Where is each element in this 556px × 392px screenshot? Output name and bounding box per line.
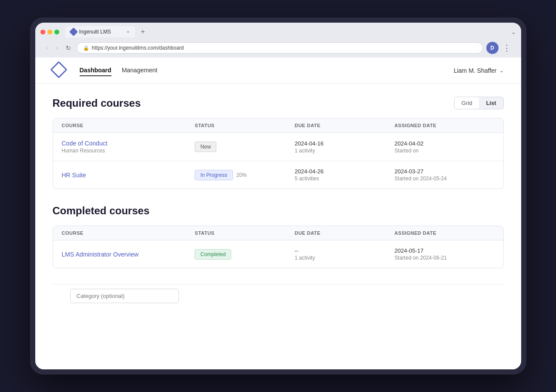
view-toggle: Grid List — [454, 97, 504, 109]
user-display-name: Liam M. Shaffer — [454, 67, 497, 74]
course-name-link[interactable]: Code of Conduct — [62, 140, 195, 147]
main-content: Required courses Grid List COURSE STATUS… — [35, 84, 521, 369]
course-assigned-date-cell: 2024-05-17 Started on 2024-06-21 — [394, 247, 494, 261]
maximize-window-button[interactable] — [54, 30, 59, 34]
col-course-header: COURSE — [62, 230, 195, 236]
table-row: HR Suite In Progress 20% 2024-04-26 5 ac… — [53, 161, 503, 189]
tab-list-button[interactable]: ⌄ — [511, 29, 516, 35]
logo-diamond-icon — [50, 61, 67, 78]
required-courses-table-header: COURSE STATUS DUE DATE ASSIGNED DATE — [53, 118, 503, 133]
course-name-link[interactable]: LMS Administrator Overview — [62, 251, 195, 258]
col-duedate-header: DUE DATE — [295, 123, 394, 128]
due-date: -- — [295, 247, 394, 254]
completed-courses-header: Completed courses — [53, 205, 504, 217]
address-bar-row: ‹ › ↻ 🔒 https://your.ingenuitilms.com/da… — [40, 40, 516, 57]
col-assigneddate-header: ASSIGNED DATE — [394, 230, 494, 236]
browser-chrome: Ingenuiti LMS × + ⌄ ‹ › ↻ 🔒 https://your… — [35, 23, 521, 57]
course-status-cell: In Progress 20% — [195, 170, 294, 180]
tab-title: Ingenuiti LMS — [79, 29, 111, 35]
col-status-header: STATUS — [195, 123, 294, 128]
new-tab-button[interactable]: + — [138, 26, 148, 37]
due-activities: 1 activity — [295, 148, 394, 154]
refresh-button[interactable]: ↻ — [64, 43, 73, 53]
completed-courses-table: COURSE STATUS DUE DATE ASSIGNED DATE LMS… — [53, 226, 504, 268]
completed-courses-table-header: COURSE STATUS DUE DATE ASSIGNED DATE — [53, 226, 503, 240]
required-courses-title: Required courses — [53, 97, 141, 109]
col-status-header: STATUS — [195, 230, 294, 236]
required-courses-table: COURSE STATUS DUE DATE ASSIGNED DATE Cod… — [53, 118, 504, 189]
course-due-date-cell: 2024-04-26 5 activities — [295, 168, 394, 182]
status-badge: In Progress — [195, 170, 233, 180]
minimize-window-button[interactable] — [47, 30, 52, 34]
required-courses-header: Required courses Grid List — [53, 97, 504, 109]
col-course-header: COURSE — [62, 123, 195, 128]
col-duedate-header: DUE DATE — [295, 230, 394, 236]
tab-close-button[interactable]: × — [127, 29, 129, 34]
tab-favicon-icon — [69, 27, 78, 36]
course-due-date-cell: 2024-04-16 1 activity — [295, 140, 394, 154]
due-activities: 1 activity — [295, 255, 394, 261]
status-badge: New — [195, 142, 216, 152]
lock-icon: 🔒 — [83, 45, 89, 51]
nav-management[interactable]: Management — [122, 65, 158, 76]
course-name-link[interactable]: HR Suite — [62, 172, 195, 179]
assigned-sub: Started on 2024-06-21 — [394, 255, 494, 261]
course-info: HR Suite — [62, 172, 195, 179]
user-avatar-initial: D — [490, 45, 494, 51]
user-menu[interactable]: Liam M. Shaffer ⌄ — [454, 67, 504, 74]
course-assigned-date-cell: 2024-03-27 Started on 2024-05-24 — [394, 168, 494, 182]
course-status-cell: New — [195, 142, 294, 152]
assigned-sub: Started on — [394, 148, 494, 154]
due-date: 2024-04-16 — [295, 140, 394, 147]
col-assigneddate-header: ASSIGNED DATE — [394, 123, 494, 128]
table-row: LMS Administrator Overview Completed -- … — [53, 240, 503, 268]
nav-links: Dashboard Management — [80, 65, 158, 76]
bottom-input-area — [53, 284, 504, 308]
due-activities: 5 activities — [295, 176, 394, 182]
assigned-date: 2024-05-17 — [394, 247, 494, 254]
grid-view-button[interactable]: Grid — [455, 97, 479, 109]
completed-courses-title: Completed courses — [53, 205, 150, 217]
address-bar[interactable]: 🔒 https://your.ingenuitilms.com/dashboar… — [77, 42, 483, 54]
course-assigned-date-cell: 2024-04-02 Started on — [394, 140, 494, 154]
traffic-lights — [40, 30, 59, 34]
app-content: Dashboard Management Liam M. Shaffer ⌄ R… — [35, 57, 521, 369]
active-browser-tab[interactable]: Ingenuiti LMS × — [65, 26, 135, 37]
device-frame: Ingenuiti LMS × + ⌄ ‹ › ↻ 🔒 https://your… — [30, 17, 526, 375]
app-logo — [53, 64, 67, 78]
browser-window: Ingenuiti LMS × + ⌄ ‹ › ↻ 🔒 https://your… — [35, 23, 521, 369]
course-info: Code of Conduct Human Resources — [62, 140, 195, 154]
tab-bar: Ingenuiti LMS × + ⌄ — [40, 26, 516, 37]
course-category: Human Resources — [62, 148, 195, 154]
close-window-button[interactable] — [40, 30, 45, 34]
category-input[interactable] — [70, 289, 179, 303]
browser-menu-button[interactable]: ⋮ — [501, 43, 512, 53]
status-badge: Completed — [195, 249, 231, 260]
app-navbar: Dashboard Management Liam M. Shaffer ⌄ — [35, 57, 521, 84]
table-row: Code of Conduct Human Resources New 2024… — [53, 133, 503, 161]
assigned-sub: Started on 2024-05-24 — [394, 176, 494, 182]
course-due-date-cell: -- 1 activity — [295, 247, 394, 261]
user-menu-chevron-icon: ⌄ — [499, 68, 504, 74]
user-profile-button[interactable]: D — [486, 42, 499, 54]
url-text: https://your.ingenuitilms.com/dashboard — [92, 45, 184, 51]
assigned-date: 2024-04-02 — [394, 140, 494, 147]
due-date: 2024-04-26 — [295, 168, 394, 175]
browser-actions: D ⋮ — [486, 42, 512, 54]
back-button[interactable]: ‹ — [44, 43, 51, 53]
course-status-cell: Completed — [195, 249, 294, 260]
forward-button[interactable]: › — [54, 43, 60, 53]
progress-text: 20% — [236, 172, 247, 178]
list-view-button[interactable]: List — [479, 97, 503, 109]
assigned-date: 2024-03-27 — [394, 168, 494, 175]
nav-dashboard[interactable]: Dashboard — [80, 65, 111, 76]
course-info: LMS Administrator Overview — [62, 251, 195, 258]
